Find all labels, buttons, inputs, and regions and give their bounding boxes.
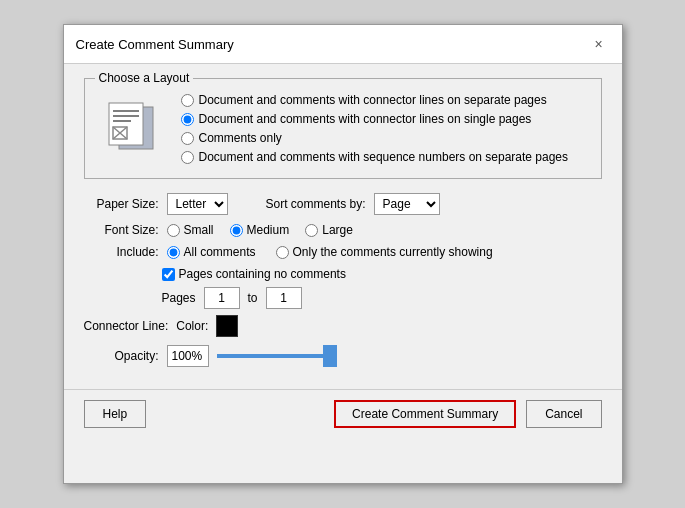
layout-option-3[interactable]: Document and comments with sequence numb… — [181, 150, 569, 164]
pages-range-row: Pages 1 to 1 — [162, 287, 602, 309]
layout-radio-2[interactable] — [181, 132, 194, 145]
sort-comments-label: Sort comments by: — [266, 197, 366, 211]
layout-option-2[interactable]: Comments only — [181, 131, 569, 145]
include-current-label[interactable]: Only the comments currently showing — [276, 245, 493, 259]
paper-sort-row: Paper Size: Letter A4 Legal Sort comment… — [84, 193, 602, 215]
sort-comments-select[interactable]: Page Author Date Type — [374, 193, 440, 215]
include-all-radio[interactable] — [167, 246, 180, 259]
connector-line-row: Connector Line: Color: — [84, 315, 602, 337]
font-size-large-label[interactable]: Large — [305, 223, 353, 237]
pages-label: Pages — [162, 291, 196, 305]
pages-from-input[interactable]: 1 — [204, 287, 240, 309]
layout-option-0[interactable]: Document and comments with connector lin… — [181, 93, 569, 107]
include-current-radio[interactable] — [276, 246, 289, 259]
pages-to-input[interactable]: 1 — [266, 287, 302, 309]
opacity-value[interactable]: 100% — [167, 345, 209, 367]
font-size-medium-label[interactable]: Medium — [230, 223, 290, 237]
font-size-row: Font Size: Small Medium Large — [84, 223, 602, 237]
include-row: Include: All comments Only the comments … — [84, 245, 602, 259]
pages-no-comments-row: Pages containing no comments — [162, 267, 602, 281]
help-button[interactable]: Help — [84, 400, 147, 428]
dialog-body: Choose a Layout — [64, 64, 622, 389]
layout-radio-1[interactable] — [181, 113, 194, 126]
layout-icon — [99, 93, 167, 161]
font-size-small-radio[interactable] — [167, 224, 180, 237]
font-size-label: Font Size: — [84, 223, 159, 237]
dialog: Create Comment Summary × Choose a Layout — [63, 24, 623, 484]
layout-inner: Document and comments with connector lin… — [99, 93, 587, 164]
connector-line-label: Connector Line: — [84, 319, 169, 333]
dialog-title: Create Comment Summary — [76, 37, 234, 52]
pages-no-comments-label[interactable]: Pages containing no comments — [162, 267, 346, 281]
font-size-small-label[interactable]: Small — [167, 223, 214, 237]
create-button[interactable]: Create Comment Summary — [334, 400, 516, 428]
pages-no-comments-checkbox[interactable] — [162, 268, 175, 281]
close-button[interactable]: × — [588, 33, 610, 55]
layout-radio-3[interactable] — [181, 151, 194, 164]
buttons-row: Help Create Comment Summary Cancel — [64, 389, 622, 442]
opacity-slider[interactable] — [217, 354, 337, 358]
layout-radio-0[interactable] — [181, 94, 194, 107]
layout-radio-group: Document and comments with connector lin… — [181, 93, 569, 164]
layout-section-label: Choose a Layout — [95, 71, 194, 85]
opacity-row: Opacity: 100% — [84, 345, 602, 367]
include-label: Include: — [84, 245, 159, 259]
layout-section: Choose a Layout — [84, 78, 602, 179]
color-swatch[interactable] — [216, 315, 238, 337]
paper-size-label: Paper Size: — [84, 197, 159, 211]
include-all-label[interactable]: All comments — [167, 245, 256, 259]
paper-size-select[interactable]: Letter A4 Legal — [167, 193, 228, 215]
opacity-slider-container — [217, 354, 337, 358]
font-size-large-radio[interactable] — [305, 224, 318, 237]
title-bar: Create Comment Summary × — [64, 25, 622, 64]
pages-to-label: to — [248, 291, 258, 305]
color-label: Color: — [176, 319, 208, 333]
cancel-button[interactable]: Cancel — [526, 400, 601, 428]
font-size-medium-radio[interactable] — [230, 224, 243, 237]
right-buttons: Create Comment Summary Cancel — [334, 400, 601, 428]
layout-option-1[interactable]: Document and comments with connector lin… — [181, 112, 569, 126]
opacity-label: Opacity: — [84, 349, 159, 363]
